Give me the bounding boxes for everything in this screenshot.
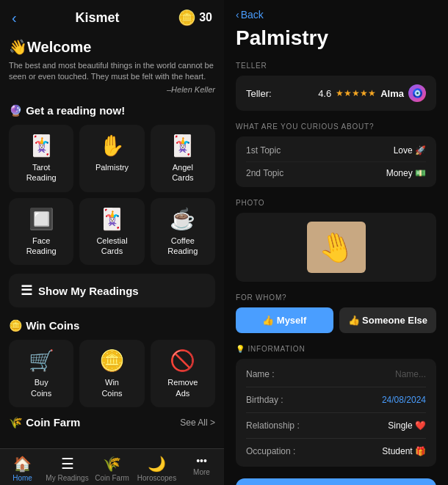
win-coins-card[interactable]: 🪙 WinCoins [79, 340, 144, 407]
angel-cards-icon: 🃏 [170, 134, 195, 158]
celestial-cards-card[interactable]: 🃏 CelestialCards [79, 198, 144, 266]
face-reading-icon: 🔲 [29, 207, 54, 231]
coin-count: 30 [199, 11, 212, 24]
topics-box: 1st Topic Love 🚀 2nd Topic Money 💵 [236, 136, 436, 187]
coffee-label: CoffeeReading [167, 236, 198, 257]
info-label: 💡 INFORMATION [236, 345, 436, 353]
coin-farm-title: 🌾 Coin Farm [9, 416, 80, 429]
birthday-key: Birthday : [246, 395, 283, 405]
right-back-link[interactable]: ‹ Back [236, 9, 264, 21]
bottom-nav: 🏠 Home ☰ My Readings 🌾 Coin Farm 🌙 Horos… [0, 448, 224, 485]
coin-farm-icon: 🌾 [103, 455, 121, 473]
nav-my-readings[interactable]: ☰ My Readings [45, 455, 90, 482]
left-content: 👋Welcome The best and most beautiful thi… [0, 32, 224, 485]
curious-label: WHAT ARE YOU CURIOUS ABOUT? [236, 123, 436, 131]
tarot-icon: 🃏 [29, 134, 54, 158]
nav-horoscopes-label: Horoscopes [137, 474, 176, 482]
someone-else-button[interactable]: 👍 Someone Else [339, 307, 437, 333]
info-birthday-row: Birthday : 24/08/2024 [246, 387, 426, 413]
right-panel: ‹ Back Palmistry TELLER Teller: 4.6 ★★★★… [224, 0, 448, 485]
welcome-text: The best and most beautiful things in th… [9, 60, 215, 95]
teller-stars: ★★★★★ [336, 88, 376, 98]
nav-coin-farm-label: Coin Farm [95, 474, 129, 482]
home-icon: 🏠 [13, 455, 32, 473]
topic-1-key: 1st Topic [246, 145, 281, 156]
nav-more[interactable]: ••• More [179, 455, 224, 482]
photo-label: PHOTO [236, 199, 436, 207]
topic-row-1: 1st Topic Love 🚀 [246, 139, 426, 162]
right-header: ‹ Back [224, 0, 448, 26]
relationship-value: Single ❤️ [388, 420, 426, 431]
relationship-key: Relationship : [246, 420, 300, 431]
buy-coins-card[interactable]: 🛒 BuyCoins [9, 340, 73, 407]
right-content: Palmistry TELLER Teller: 4.6 ★★★★★ Alma … [224, 26, 448, 485]
teller-rating: 4.6 [318, 88, 331, 99]
teller-label: TELLER [236, 62, 436, 70]
nav-my-readings-label: My Readings [46, 474, 88, 482]
for-whom-section: FOR WHOM? 👍 Myself 👍 Someone Else [236, 293, 436, 333]
topic-1-value: Love 🚀 [394, 145, 426, 156]
angel-cards-label: AngelCards [172, 162, 193, 183]
show-readings-button[interactable]: ☰ Show My Readings [9, 274, 215, 307]
app-title: Kismet [75, 10, 119, 26]
coffee-icon: ☕ [170, 207, 195, 231]
win-coins-section: 🪙 Win Coins 🛒 BuyCoins 🪙 WinCoins 🚫 Remo… [9, 319, 215, 407]
topic-2-key: 2nd Topic [246, 168, 283, 178]
nav-horoscopes[interactable]: 🌙 Horoscopes [134, 455, 179, 482]
name-key: Name : [246, 369, 275, 379]
topic-2-value: Money 💵 [386, 168, 426, 178]
list-icon: ☰ [21, 282, 32, 299]
coin-icon: 🪙 [178, 9, 196, 26]
nav-home[interactable]: 🏠 Home [0, 455, 45, 482]
tarot-reading-card[interactable]: 🃏 TarotReading [9, 125, 73, 192]
see-all-link[interactable]: See All > [180, 417, 215, 428]
face-reading-card[interactable]: 🔲 FaceReading [9, 198, 73, 266]
send-button[interactable]: 📨 📨 Send [236, 478, 436, 485]
occupation-key: Occupation : [246, 446, 295, 456]
coffee-reading-card[interactable]: ☕ CoffeeReading [151, 198, 215, 266]
show-readings-label: Show My Readings [38, 285, 139, 297]
nav-home-label: Home [12, 474, 32, 482]
chevron-left-icon: ‹ [236, 9, 239, 21]
info-occupation-row: Occupation : Student 🎁 [246, 439, 426, 464]
avatar-icon: 🧿 [412, 88, 423, 98]
win-coins-title: 🪙 Win Coins [9, 319, 215, 332]
left-panel: ‹ Kismet 🪙 30 👋Welcome The best and most… [0, 0, 224, 485]
palmistry-label: Palmistry [95, 162, 129, 172]
info-box: Name : Name... Birthday : 24/08/2024 Rel… [236, 359, 436, 467]
back-label: Back [241, 9, 264, 21]
buy-coins-label: BuyCoins [31, 377, 51, 398]
whom-buttons: 👍 Myself 👍 Someone Else [236, 307, 436, 333]
teller-box: Teller: 4.6 ★★★★★ Alma 🧿 [236, 76, 436, 111]
topic-row-2: 2nd Topic Money 💵 [246, 162, 426, 184]
horoscopes-icon: 🌙 [148, 455, 166, 473]
coin-actions-grid: 🛒 BuyCoins 🪙 WinCoins 🚫 RemoveAds [9, 340, 215, 407]
my-readings-icon: ☰ [61, 455, 74, 473]
teller-avatar: 🧿 [408, 84, 426, 102]
myself-button[interactable]: 👍 Myself [236, 307, 333, 333]
nav-coin-farm[interactable]: 🌾 Coin Farm [90, 455, 134, 482]
angel-cards-card[interactable]: 🃏 AngelCards [151, 125, 215, 192]
palmistry-title: Palmistry [236, 26, 436, 50]
nav-more-label: More [193, 468, 210, 476]
teller-name: Alma [380, 88, 404, 99]
info-name-row: Name : Name... [246, 362, 426, 387]
palmistry-icon: ✋ [99, 134, 125, 158]
get-reading-title: 🔮 Get a reading now! [9, 104, 215, 117]
occupation-value: Student 🎁 [382, 446, 426, 456]
palmistry-card[interactable]: ✋ Palmistry [79, 125, 144, 192]
photo-box[interactable] [236, 213, 436, 282]
info-relationship-row: Relationship : Single ❤️ [246, 413, 426, 439]
info-section: 💡 INFORMATION Name : Name... Birthday : … [236, 345, 436, 467]
welcome-title: 👋Welcome [9, 38, 215, 56]
celestial-label: CelestialCards [96, 236, 127, 257]
remove-ads-card[interactable]: 🚫 RemoveAds [151, 340, 215, 407]
tarot-label: TarotReading [26, 162, 57, 183]
name-value: Name... [395, 369, 426, 379]
remove-ads-icon: 🚫 [170, 349, 195, 373]
face-reading-label: FaceReading [26, 236, 57, 257]
someone-else-label: 👍 Someone Else [348, 315, 427, 326]
coin-farm-section: 🌾 Coin Farm See All > [9, 416, 215, 429]
back-button[interactable]: ‹ [12, 10, 17, 26]
celestial-icon: 🃏 [99, 207, 125, 231]
